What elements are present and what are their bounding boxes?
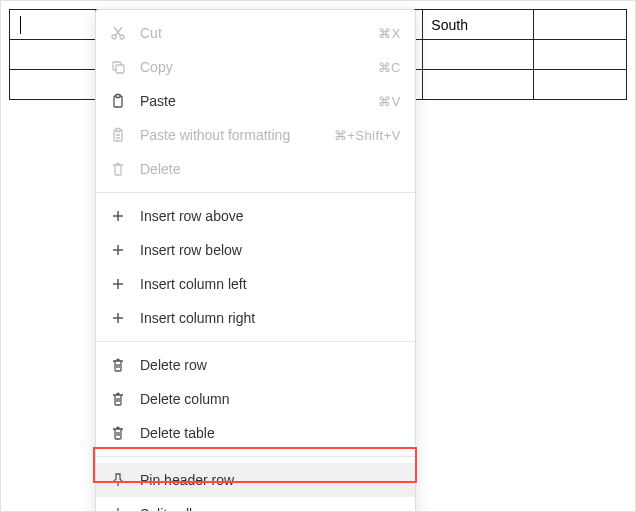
menu-item-copy[interactable]: Copy ⌘C <box>96 50 415 84</box>
menu-item-delete-table[interactable]: Delete table <box>96 416 415 450</box>
cut-icon <box>110 25 126 41</box>
menu-item-insert-column-left[interactable]: Insert column left <box>96 267 415 301</box>
plus-icon <box>110 208 126 224</box>
menu-label: Split cell <box>140 506 401 512</box>
plus-icon <box>110 310 126 326</box>
menu-label: Cut <box>140 25 378 41</box>
menu-label: Paste without formatting <box>140 127 334 143</box>
menu-item-delete-column[interactable]: Delete column <box>96 382 415 416</box>
menu-item-insert-row-below[interactable]: Insert row below <box>96 233 415 267</box>
menu-shortcut: ⌘C <box>378 60 401 75</box>
menu-shortcut: ⌘V <box>378 94 401 109</box>
text-cursor <box>20 16 21 34</box>
pin-icon <box>110 472 126 488</box>
table-cell[interactable] <box>534 10 627 40</box>
menu-item-insert-row-above[interactable]: Insert row above <box>96 199 415 233</box>
menu-item-delete[interactable]: Delete <box>96 152 415 186</box>
trash-icon <box>110 357 126 373</box>
menu-label: Copy <box>140 59 378 75</box>
delete-icon <box>110 161 126 177</box>
table-cell[interactable]: South <box>423 10 534 40</box>
table-cell[interactable] <box>423 70 534 100</box>
menu-divider <box>96 192 415 193</box>
menu-item-cut[interactable]: Cut ⌘X <box>96 16 415 50</box>
menu-item-split-cell[interactable]: Split cell <box>96 497 415 512</box>
menu-label: Delete column <box>140 391 401 407</box>
menu-divider <box>96 341 415 342</box>
svg-point-1 <box>120 35 124 39</box>
table-cell[interactable] <box>534 40 627 70</box>
menu-shortcut: ⌘+Shift+V <box>334 128 401 143</box>
menu-item-pin-header-row[interactable]: Pin header row <box>96 463 415 497</box>
svg-rect-5 <box>116 95 120 98</box>
menu-shortcut: ⌘X <box>378 26 401 41</box>
table-cell[interactable] <box>534 70 627 100</box>
svg-rect-3 <box>116 65 124 73</box>
menu-label: Insert column right <box>140 310 401 326</box>
menu-label: Paste <box>140 93 378 109</box>
trash-icon <box>110 391 126 407</box>
menu-label: Insert row below <box>140 242 401 258</box>
table-cell[interactable] <box>10 70 96 100</box>
menu-label: Delete row <box>140 357 401 373</box>
split-icon <box>110 506 126 512</box>
table-cell[interactable] <box>423 40 534 70</box>
menu-label: Pin header row <box>140 472 401 488</box>
menu-item-insert-column-right[interactable]: Insert column right <box>96 301 415 335</box>
copy-icon <box>110 59 126 75</box>
plus-icon <box>110 276 126 292</box>
menu-label: Delete <box>140 161 401 177</box>
trash-icon <box>110 425 126 441</box>
menu-label: Insert column left <box>140 276 401 292</box>
paste-plain-icon <box>110 127 126 143</box>
menu-item-delete-row[interactable]: Delete row <box>96 348 415 382</box>
menu-label: Insert row above <box>140 208 401 224</box>
menu-label: Delete table <box>140 425 401 441</box>
menu-item-paste[interactable]: Paste ⌘V <box>96 84 415 118</box>
paste-icon <box>110 93 126 109</box>
svg-point-0 <box>112 35 116 39</box>
context-menu: Cut ⌘X Copy ⌘C Paste ⌘V Paste without fo… <box>95 9 416 512</box>
table-cell[interactable] <box>10 40 96 70</box>
plus-icon <box>110 242 126 258</box>
svg-rect-7 <box>116 129 120 132</box>
menu-divider <box>96 456 415 457</box>
table-cell[interactable] <box>10 10 96 40</box>
menu-item-paste-plain[interactable]: Paste without formatting ⌘+Shift+V <box>96 118 415 152</box>
